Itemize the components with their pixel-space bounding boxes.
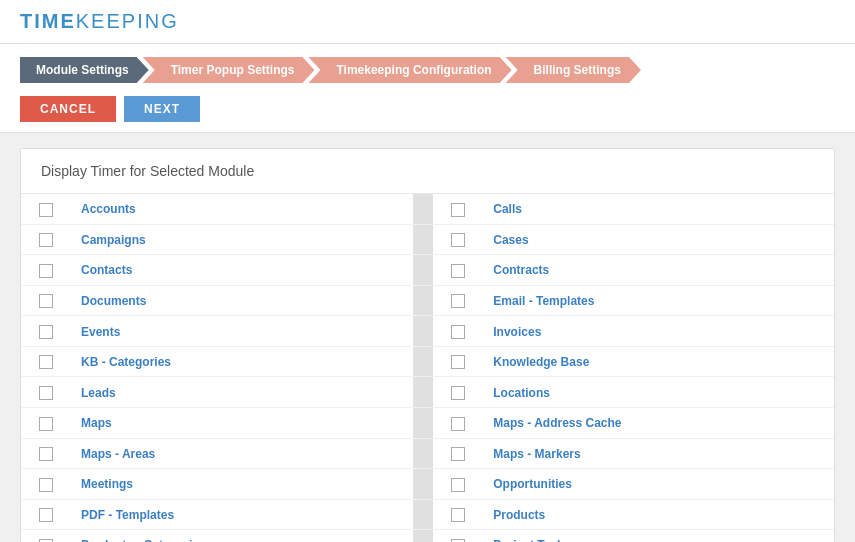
wizard-step-4[interactable]: Billing Settings <box>506 54 641 86</box>
table-row: EventsInvoices <box>21 316 834 347</box>
left-check-cell[interactable] <box>21 194 71 224</box>
column-divider <box>413 469 433 500</box>
right-check-cell[interactable] <box>433 377 483 408</box>
module-name-right: Opportunities <box>483 469 834 500</box>
module-name-right: Cases <box>483 224 834 255</box>
checkbox-icon[interactable] <box>39 325 53 339</box>
right-check-cell[interactable] <box>433 285 483 316</box>
step-label-module-settings[interactable]: Module Settings <box>20 57 149 83</box>
module-name-left: PDF - Templates <box>71 499 413 530</box>
checkbox-icon[interactable] <box>39 233 53 247</box>
module-name-right: Email - Templates <box>483 285 834 316</box>
checkbox-icon[interactable] <box>451 417 465 431</box>
checkbox-icon[interactable] <box>39 294 53 308</box>
module-name-left: Meetings <box>71 469 413 500</box>
right-check-cell[interactable] <box>433 255 483 286</box>
module-name-right: Knowledge Base <box>483 346 834 377</box>
left-check-cell[interactable] <box>21 346 71 377</box>
checkbox-icon[interactable] <box>451 447 465 461</box>
module-name-right: Invoices <box>483 316 834 347</box>
left-check-cell[interactable] <box>21 499 71 530</box>
table-row: DocumentsEmail - Templates <box>21 285 834 316</box>
wizard-bar: Module Settings Timer Popup Settings Tim… <box>0 44 855 86</box>
right-check-cell[interactable] <box>433 407 483 438</box>
right-check-cell[interactable] <box>433 469 483 500</box>
checkbox-icon[interactable] <box>39 417 53 431</box>
module-table: AccountsCallsCampaignsCasesContactsContr… <box>21 194 834 542</box>
content-area: Display Timer for Selected Module Accoun… <box>20 148 835 542</box>
right-check-cell[interactable] <box>433 530 483 542</box>
checkbox-icon[interactable] <box>451 264 465 278</box>
module-name-left: Leads <box>71 377 413 408</box>
module-name-left: Campaigns <box>71 224 413 255</box>
checkbox-icon[interactable] <box>39 447 53 461</box>
left-check-cell[interactable] <box>21 377 71 408</box>
module-name-right: Maps - Markers <box>483 438 834 469</box>
module-name-left: Maps <box>71 407 413 438</box>
column-divider <box>413 285 433 316</box>
app-header: TIMEKEEPING <box>0 0 855 44</box>
checkbox-icon[interactable] <box>39 203 53 217</box>
column-divider <box>413 224 433 255</box>
section-title: Display Timer for Selected Module <box>21 149 834 194</box>
checkbox-icon[interactable] <box>451 203 465 217</box>
cancel-button[interactable]: CANCEL <box>20 96 116 122</box>
wizard-step-2[interactable]: Timer Popup Settings <box>143 54 315 86</box>
checkbox-icon[interactable] <box>39 386 53 400</box>
step-label-billing-settings[interactable]: Billing Settings <box>506 57 641 83</box>
checkbox-icon[interactable] <box>451 355 465 369</box>
left-check-cell[interactable] <box>21 530 71 542</box>
module-name-right: Project Tasks <box>483 530 834 542</box>
module-name-right: Contracts <box>483 255 834 286</box>
column-divider <box>413 194 433 224</box>
checkbox-icon[interactable] <box>39 508 53 522</box>
left-check-cell[interactable] <box>21 255 71 286</box>
column-divider <box>413 255 433 286</box>
module-name-left: Contacts <box>71 255 413 286</box>
step-label-timer-popup[interactable]: Timer Popup Settings <box>143 57 315 83</box>
right-check-cell[interactable] <box>433 224 483 255</box>
checkbox-icon[interactable] <box>39 355 53 369</box>
checkbox-icon[interactable] <box>451 294 465 308</box>
left-check-cell[interactable] <box>21 316 71 347</box>
checkbox-icon[interactable] <box>451 233 465 247</box>
action-bar: CANCEL NEXT <box>0 86 855 133</box>
column-divider <box>413 377 433 408</box>
table-row: Maps - AreasMaps - Markers <box>21 438 834 469</box>
right-check-cell[interactable] <box>433 194 483 224</box>
checkbox-icon[interactable] <box>451 325 465 339</box>
wizard-step-3[interactable]: Timekeeping Configuration <box>308 54 511 86</box>
table-row: PDF - TemplatesProducts <box>21 499 834 530</box>
app-title: TIMEKEEPING <box>20 10 179 33</box>
left-check-cell[interactable] <box>21 407 71 438</box>
wizard-step-1[interactable]: Module Settings <box>20 54 149 86</box>
table-row: AccountsCalls <box>21 194 834 224</box>
checkbox-icon[interactable] <box>451 478 465 492</box>
table-row: MeetingsOpportunities <box>21 469 834 500</box>
column-divider <box>413 407 433 438</box>
right-check-cell[interactable] <box>433 316 483 347</box>
right-check-cell[interactable] <box>433 499 483 530</box>
left-check-cell[interactable] <box>21 285 71 316</box>
table-row: MapsMaps - Address Cache <box>21 407 834 438</box>
checkbox-icon[interactable] <box>39 478 53 492</box>
step-label-timekeeping-config[interactable]: Timekeeping Configuration <box>308 57 511 83</box>
module-name-left: Accounts <box>71 194 413 224</box>
column-divider <box>413 438 433 469</box>
checkbox-icon[interactable] <box>451 386 465 400</box>
column-divider <box>413 316 433 347</box>
right-check-cell[interactable] <box>433 438 483 469</box>
module-name-right: Products <box>483 499 834 530</box>
right-check-cell[interactable] <box>433 346 483 377</box>
next-button[interactable]: NEXT <box>124 96 200 122</box>
left-check-cell[interactable] <box>21 469 71 500</box>
left-check-cell[interactable] <box>21 438 71 469</box>
checkbox-icon[interactable] <box>39 264 53 278</box>
left-check-cell[interactable] <box>21 224 71 255</box>
table-row: Products - CategoriesProject Tasks <box>21 530 834 542</box>
table-row: CampaignsCases <box>21 224 834 255</box>
column-divider <box>413 346 433 377</box>
table-row: ContactsContracts <box>21 255 834 286</box>
checkbox-icon[interactable] <box>451 508 465 522</box>
module-name-left: Products - Categories <box>71 530 413 542</box>
